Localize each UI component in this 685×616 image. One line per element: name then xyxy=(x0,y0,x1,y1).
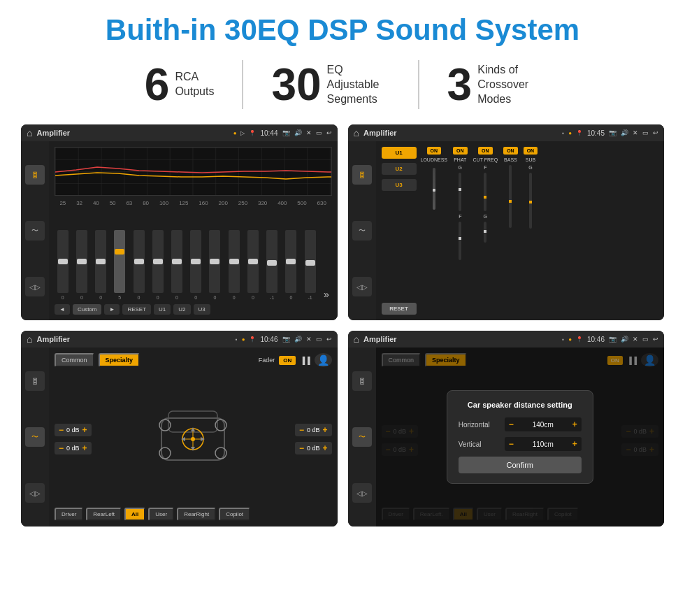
dialog-horizontal-minus[interactable]: − xyxy=(509,420,514,429)
dialog-vertical-plus[interactable]: + xyxy=(572,439,577,449)
eq-slider-6[interactable]: 0 xyxy=(152,230,164,300)
eq-slider-1[interactable]: 0 xyxy=(57,230,68,300)
cross-dot1: ▪ xyxy=(562,130,564,136)
cross-home-icon[interactable]: ⌂ xyxy=(354,127,359,138)
cross-tune-btn[interactable]: 🎛 xyxy=(352,165,372,185)
fader-vol-fl: − 0 dB + xyxy=(55,424,92,436)
eq-slider-5[interactable]: 0 xyxy=(134,230,145,300)
loudness-toggle[interactable]: ON xyxy=(427,147,442,155)
sub-channel: ON SUB G xyxy=(524,147,538,229)
eq-tune-btn[interactable]: 🎛 xyxy=(25,165,45,185)
fader-rl-minus[interactable]: − xyxy=(59,443,64,453)
fader-wave-btn[interactable]: 〜 xyxy=(25,427,45,447)
dialog-vertical-value: 110cm xyxy=(517,440,570,448)
fader-x[interactable]: ✕ xyxy=(306,336,312,343)
dist-back[interactable]: ↩ xyxy=(653,336,658,343)
eq-slider-3[interactable]: 0 xyxy=(95,230,106,300)
cross-main-area: U1 U2 U3 RESET ON LOUDNESS xyxy=(376,141,665,320)
eq-slider-14[interactable]: -1 xyxy=(305,230,316,300)
fader-sliders-icon: ▐▐ xyxy=(300,357,310,364)
fader-tune-btn[interactable]: 🎛 xyxy=(25,371,45,391)
cross-spk-btn[interactable]: ◁▷ xyxy=(352,277,372,296)
cross-presets: U1 U2 U3 RESET xyxy=(382,147,417,315)
fader-spk-btn[interactable]: ◁▷ xyxy=(25,483,45,503)
dist-screen-content: 🎛 〜 ◁▷ Common Specialty ON ▐▐ 👤 xyxy=(348,348,665,527)
distance-dialog: Car speaker distance setting Horizontal … xyxy=(447,390,593,484)
fader-fr-plus[interactable]: + xyxy=(322,425,327,435)
cross-reset-btn[interactable]: RESET xyxy=(382,303,417,315)
dist-home-icon[interactable]: ⌂ xyxy=(354,334,359,345)
u2-preset-btn[interactable]: U2 xyxy=(382,163,417,175)
fader-driver-btn[interactable]: Driver xyxy=(55,508,83,521)
fader-common-tab[interactable]: Common xyxy=(55,353,94,367)
dist-wave-btn[interactable]: 〜 xyxy=(352,427,372,447)
eq-u3-btn[interactable]: U3 xyxy=(194,304,210,315)
fader-rl-plus[interactable]: + xyxy=(82,443,87,453)
cutfreq-toggle[interactable]: ON xyxy=(478,147,493,155)
eq-reset-btn[interactable]: RESET xyxy=(122,304,151,315)
cutfreq-channel: ON CUT FREQ F G xyxy=(473,147,498,243)
eq-spk-btn[interactable]: ◁▷ xyxy=(25,277,45,296)
eq-app-name: Amplifier xyxy=(36,129,229,137)
eq-play-btn[interactable]: ► xyxy=(104,304,120,315)
fader-home-icon[interactable]: ⌂ xyxy=(27,334,32,345)
confirm-button[interactable]: Confirm xyxy=(459,457,582,473)
phat-toggle[interactable]: ON xyxy=(453,147,468,155)
fader-fl-minus[interactable]: − xyxy=(59,425,64,435)
eq-u1-btn[interactable]: U1 xyxy=(154,304,171,315)
eq-screen-content: 🎛 〜 ◁▷ xyxy=(21,141,338,320)
eq-custom-btn[interactable]: Custom xyxy=(73,304,102,315)
dialog-horizontal-plus[interactable]: + xyxy=(572,420,577,429)
eq-slider-12[interactable]: -1 xyxy=(266,230,277,300)
eq-x-icon[interactable]: ✕ xyxy=(306,129,312,136)
dist-x[interactable]: ✕ xyxy=(633,336,638,343)
eq-wave-btn[interactable]: 〜 xyxy=(25,221,45,241)
dist-app-name: Amplifier xyxy=(363,335,558,343)
eq-slider-2[interactable]: 0 xyxy=(76,230,87,300)
fader-back[interactable]: ↩ xyxy=(326,336,332,343)
fader-label: Fader xyxy=(259,357,275,364)
cross-wave-btn[interactable]: 〜 xyxy=(352,221,372,241)
eq-expand-btn[interactable]: » xyxy=(324,289,329,300)
dist-tune-btn[interactable]: 🎛 xyxy=(352,371,372,391)
fader-all-btn[interactable]: All xyxy=(124,508,145,521)
fader-specialty-tab[interactable]: Specialty xyxy=(99,353,140,367)
cross-back[interactable]: ↩ xyxy=(653,129,658,136)
eq-prev-btn[interactable]: ◄ xyxy=(55,304,70,315)
eq-vol-icon: 🔊 xyxy=(294,129,302,136)
fader-rr-plus[interactable]: + xyxy=(322,443,327,453)
sub-toggle[interactable]: ON xyxy=(524,147,538,155)
fader-fl-plus[interactable]: + xyxy=(82,425,87,435)
fader-rearleft-btn[interactable]: RearLeft xyxy=(86,508,122,521)
fader-fr-minus[interactable]: − xyxy=(299,425,304,435)
eq-back-icon[interactable]: ↩ xyxy=(326,129,332,136)
fader-toggle[interactable]: ON xyxy=(279,356,296,365)
eq-status-bar: ⌂ Amplifier ● ▷ 📍 10:44 📷 🔊 ✕ ▭ ↩ xyxy=(21,124,338,141)
u1-preset-btn[interactable]: U1 xyxy=(382,147,417,159)
eq-slider-13[interactable]: 0 xyxy=(285,230,296,300)
bass-toggle[interactable]: ON xyxy=(503,147,518,155)
cross-dot2: ● xyxy=(568,130,572,136)
eq-u2-btn[interactable]: U2 xyxy=(173,304,190,315)
fader-rect: ▭ xyxy=(316,336,322,343)
dist-spk-btn[interactable]: ◁▷ xyxy=(352,483,372,503)
dialog-vertical-minus[interactable]: − xyxy=(509,439,514,449)
eq-slider-10[interactable]: 0 xyxy=(229,230,240,300)
home-icon[interactable]: ⌂ xyxy=(27,127,32,138)
eq-slider-11[interactable]: 0 xyxy=(247,230,259,300)
eq-slider-7[interactable]: 0 xyxy=(171,230,182,300)
fader-copilot-btn[interactable]: Copilot xyxy=(219,508,250,521)
eq-screen-card: ⌂ Amplifier ● ▷ 📍 10:44 📷 🔊 ✕ ▭ ↩ 🎛 〜 ◁▷ xyxy=(21,124,338,320)
eq-slider-4[interactable]: 5 xyxy=(114,230,125,300)
fader-user-btn[interactable]: User xyxy=(148,508,174,521)
eq-pin-icon: 📍 xyxy=(249,130,256,136)
fader-rr-minus[interactable]: − xyxy=(299,443,304,453)
u3-preset-btn[interactable]: U3 xyxy=(382,179,417,191)
cross-x[interactable]: ✕ xyxy=(633,129,638,136)
fader-rearright-btn[interactable]: RearRight xyxy=(177,508,216,521)
dialog-horizontal-label: Horizontal xyxy=(459,421,500,429)
fader-user-icon[interactable]: 👤 xyxy=(315,353,332,367)
eq-slider-9[interactable]: 0 xyxy=(209,230,220,300)
eq-cam-icon: 📷 xyxy=(282,129,290,136)
eq-slider-8[interactable]: 0 xyxy=(190,230,201,300)
